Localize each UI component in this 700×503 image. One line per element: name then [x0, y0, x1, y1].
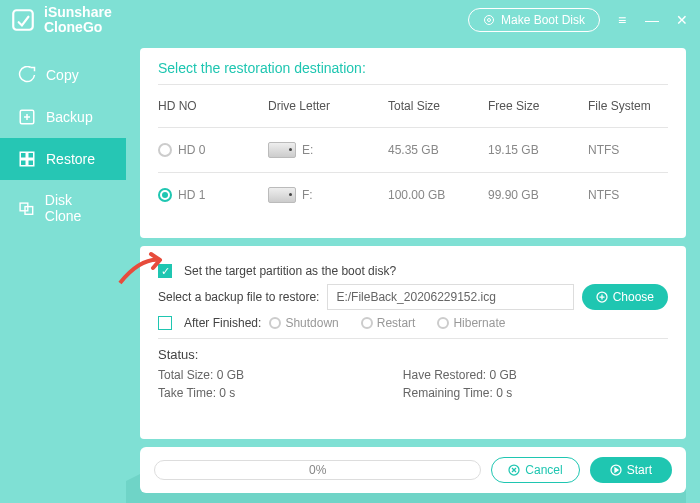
shutdown-option[interactable]: Shutdown — [269, 316, 338, 330]
status-take-time: Take Time: 0 s — [158, 384, 403, 402]
sidebar: Copy Backup Restore Disk Clone — [0, 40, 126, 503]
opt-label: Hibernate — [453, 316, 505, 330]
annotation-arrow-icon — [115, 248, 175, 288]
destination-panel: Select the restoration destination: HD N… — [140, 48, 686, 238]
sidebar-item-disk-clone[interactable]: Disk Clone — [0, 180, 126, 236]
panel-title: Select the restoration destination: — [158, 60, 668, 76]
app-logo: iSunshare CloneGo — [10, 5, 112, 36]
restart-option[interactable]: Restart — [361, 316, 416, 330]
make-boot-label: Make Boot Disk — [501, 13, 585, 27]
svg-rect-5 — [28, 152, 34, 158]
progress-label: 0% — [309, 463, 326, 477]
start-label: Start — [627, 463, 652, 477]
radio-icon[interactable] — [158, 143, 172, 157]
boot-disk-label: Set the target partition as the boot dis… — [184, 264, 396, 278]
cancel-label: Cancel — [525, 463, 562, 477]
sidebar-item-backup[interactable]: Backup — [0, 96, 126, 138]
sidebar-item-label: Copy — [46, 67, 79, 83]
backup-icon — [18, 108, 36, 126]
svg-rect-7 — [28, 160, 34, 166]
choose-label: Choose — [613, 290, 654, 304]
svg-rect-4 — [20, 152, 26, 158]
choose-button[interactable]: Choose — [582, 284, 668, 310]
file-system: NTFS — [588, 188, 668, 202]
status-restored: Have Restored: 0 GB — [403, 366, 648, 384]
menu-button[interactable]: ≡ — [614, 12, 630, 28]
sidebar-item-label: Backup — [46, 109, 93, 125]
drive-icon — [268, 187, 296, 203]
close-button[interactable]: ✕ — [674, 12, 690, 28]
drive-letter: E: — [302, 143, 313, 157]
drive-letter: F: — [302, 188, 313, 202]
restore-icon — [18, 150, 36, 168]
bottom-bar: 0% Cancel Start — [140, 447, 686, 493]
hibernate-option[interactable]: Hibernate — [437, 316, 505, 330]
radio-icon — [437, 317, 449, 329]
status-total: Total Size: 0 GB — [158, 366, 403, 384]
hd-label: HD 1 — [178, 188, 205, 202]
after-finished-label: After Finished: — [184, 316, 261, 330]
col-fs: File System — [588, 99, 668, 113]
sidebar-item-label: Restore — [46, 151, 95, 167]
svg-rect-0 — [13, 10, 33, 30]
options-panel: ✓ Set the target partition as the boot d… — [140, 246, 686, 439]
free-size: 99.90 GB — [488, 188, 588, 202]
sidebar-item-label: Disk Clone — [45, 192, 108, 224]
cancel-icon — [508, 464, 520, 476]
drive-icon — [268, 142, 296, 158]
radio-icon — [269, 317, 281, 329]
cancel-button[interactable]: Cancel — [491, 457, 579, 483]
logo-icon — [10, 7, 36, 33]
clone-icon — [18, 199, 35, 217]
after-finished-checkbox[interactable] — [158, 316, 172, 330]
opt-label: Restart — [377, 316, 416, 330]
table-row[interactable]: HD 0 E: 45.35 GB 19.15 GB NTFS — [158, 132, 668, 168]
sidebar-item-copy[interactable]: Copy — [0, 54, 126, 96]
status-remaining: Remaining Time: 0 s — [403, 384, 648, 402]
col-free: Free Size — [488, 99, 588, 113]
status-title: Status: — [158, 347, 668, 362]
backup-file-input[interactable] — [327, 284, 573, 310]
copy-icon — [18, 66, 36, 84]
table-header: HD NO Drive Letter Total Size Free Size … — [158, 89, 668, 123]
total-size: 100.00 GB — [388, 188, 488, 202]
radio-icon[interactable] — [158, 188, 172, 202]
radio-icon — [361, 317, 373, 329]
sidebar-item-restore[interactable]: Restore — [0, 138, 126, 180]
hd-label: HD 0 — [178, 143, 205, 157]
total-size: 45.35 GB — [388, 143, 488, 157]
svg-point-2 — [487, 19, 490, 22]
table-row[interactable]: HD 1 F: 100.00 GB 99.90 GB NTFS — [158, 177, 668, 213]
titlebar: iSunshare CloneGo Make Boot Disk ≡ — ✕ — [0, 0, 700, 40]
col-drive: Drive Letter — [268, 99, 388, 113]
svg-point-1 — [484, 16, 493, 25]
play-icon — [610, 464, 622, 476]
col-total: Total Size — [388, 99, 488, 113]
plus-icon — [596, 291, 608, 303]
minimize-button[interactable]: — — [644, 12, 660, 28]
start-button[interactable]: Start — [590, 457, 672, 483]
select-backup-label: Select a backup file to restore: — [158, 290, 319, 304]
free-size: 19.15 GB — [488, 143, 588, 157]
status-grid: Total Size: 0 GB Have Restored: 0 GB Tak… — [158, 366, 668, 402]
disk-icon — [483, 14, 495, 26]
make-boot-disk-button[interactable]: Make Boot Disk — [468, 8, 600, 32]
col-hdno: HD NO — [158, 99, 268, 113]
opt-label: Shutdown — [285, 316, 338, 330]
app-name: iSunshare CloneGo — [44, 5, 112, 36]
file-system: NTFS — [588, 143, 668, 157]
svg-rect-6 — [20, 160, 26, 166]
progress-bar: 0% — [154, 460, 481, 480]
